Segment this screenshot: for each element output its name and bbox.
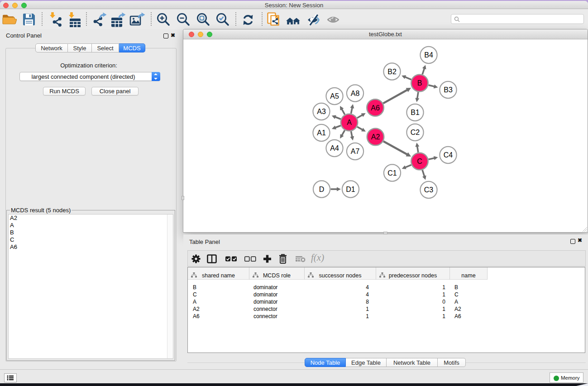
svg-text:A2: A2 — [371, 133, 380, 141]
svg-text:D1: D1 — [346, 186, 355, 193]
svg-text:C1: C1 — [387, 169, 397, 177]
svg-text:B3: B3 — [444, 86, 453, 94]
svg-text:A3: A3 — [317, 108, 326, 115]
svg-text:C4: C4 — [444, 151, 453, 159]
svg-text:A4: A4 — [330, 144, 339, 152]
svg-text:C: C — [417, 157, 422, 165]
svg-text:A6: A6 — [371, 104, 380, 112]
svg-text:A7: A7 — [351, 148, 360, 155]
svg-text:D: D — [319, 186, 325, 193]
svg-text:B2: B2 — [387, 68, 397, 76]
svg-text:A: A — [347, 119, 352, 126]
svg-text:B1: B1 — [411, 109, 420, 116]
svg-text:C3: C3 — [424, 186, 434, 194]
svg-text:B: B — [417, 79, 422, 87]
svg-text:A1: A1 — [317, 129, 326, 137]
svg-text:B4: B4 — [424, 51, 433, 59]
svg-text:A5: A5 — [330, 92, 339, 100]
svg-text:C2: C2 — [411, 129, 420, 136]
svg-text:A8: A8 — [351, 90, 360, 97]
